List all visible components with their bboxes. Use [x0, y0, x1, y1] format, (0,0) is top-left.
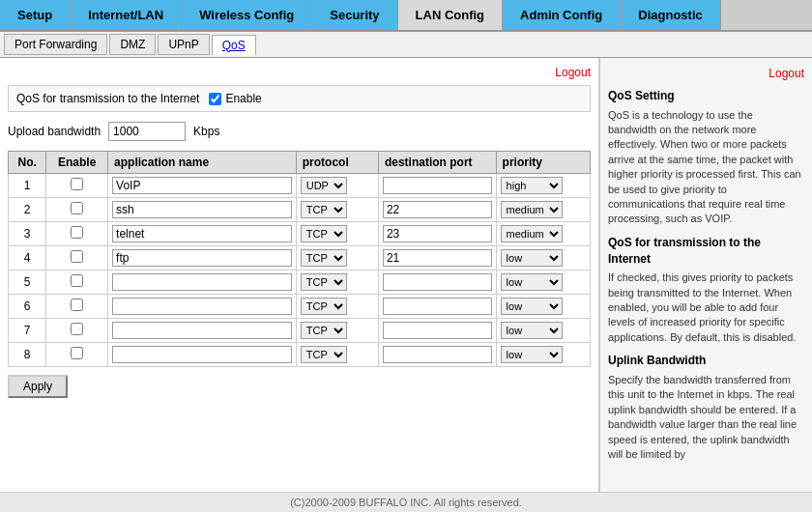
col-header-priority: priority — [496, 152, 590, 174]
enable-checkbox-1[interactable] — [71, 178, 83, 190]
row-proto-8: TCPUDP — [296, 343, 378, 367]
dst-input-5[interactable] — [383, 273, 492, 291]
subtab-dmz[interactable]: DMZ — [109, 34, 156, 55]
row-enable-1 — [46, 174, 108, 198]
app-input-8[interactable] — [112, 346, 292, 363]
second-nav: Port Forwarding DMZ UPnP QoS — [0, 32, 812, 58]
row-app-6 — [108, 295, 297, 319]
enable-text: Enable — [225, 92, 261, 105]
app-input-4[interactable] — [112, 249, 292, 267]
col-header-app: application name — [108, 152, 297, 174]
app-input-1[interactable] — [112, 177, 292, 194]
priority-select-7[interactable]: highmediumlow — [501, 322, 563, 339]
proto-select-7[interactable]: TCPUDP — [301, 322, 347, 339]
subtab-port-forwarding[interactable]: Port Forwarding — [4, 34, 107, 55]
row-dst-8 — [378, 343, 496, 367]
proto-select-4[interactable]: TCPUDP — [301, 249, 347, 267]
row-proto-6: TCPUDP — [296, 295, 378, 319]
row-app-2 — [108, 198, 297, 222]
tab-diagnostic[interactable]: Diagnostic — [621, 0, 720, 30]
subtab-qos[interactable]: QoS — [212, 35, 256, 55]
enable-checkbox[interactable] — [209, 93, 221, 105]
tab-setup[interactable]: Setup — [0, 0, 71, 30]
logout-link[interactable]: Logout — [8, 66, 591, 79]
right-heading-qos: QoS Setting — [608, 88, 804, 104]
qos-enable-row: QoS for transmission to the Internet Ena… — [8, 85, 591, 112]
footer: (C)2000-2009 BUFFALO INC. All rights res… — [0, 492, 812, 512]
priority-select-1[interactable]: highmediumlow — [501, 177, 563, 194]
tab-security[interactable]: Security — [312, 0, 397, 30]
right-text-qos-trans: If checked, this gives priority to packe… — [608, 270, 804, 345]
logout-link-right[interactable]: Logout — [608, 66, 804, 82]
row-priority-5: highmediumlow — [496, 270, 590, 295]
enable-checkbox-7[interactable] — [71, 323, 83, 335]
enable-checkbox-3[interactable] — [71, 226, 83, 239]
proto-select-6[interactable]: TCPUDP — [301, 298, 347, 315]
qos-enable-label: QoS for transmission to the Internet — [16, 92, 199, 105]
priority-select-8[interactable]: highmediumlow — [501, 346, 563, 363]
dst-input-2[interactable] — [383, 201, 492, 218]
proto-select-8[interactable]: TCPUDP — [301, 346, 347, 363]
proto-select-2[interactable]: TCPUDP — [301, 201, 347, 218]
tab-internet-lan[interactable]: Internet/LAN — [71, 0, 182, 30]
tab-lan-config[interactable]: LAN Config — [398, 0, 503, 30]
col-header-dst: destination port — [378, 152, 496, 174]
dst-input-6[interactable] — [383, 298, 492, 315]
proto-select-1[interactable]: TCPUDP — [301, 177, 347, 194]
tab-wireless-config[interactable]: Wireless Config — [182, 0, 312, 30]
row-app-8 — [108, 343, 297, 367]
priority-select-5[interactable]: highmediumlow — [501, 273, 563, 291]
apply-button[interactable]: Apply — [8, 375, 68, 398]
dst-input-8[interactable] — [383, 346, 492, 363]
row-dst-1 — [378, 174, 496, 198]
subtab-upnp[interactable]: UPnP — [158, 34, 209, 55]
row-app-4 — [108, 246, 297, 270]
proto-select-5[interactable]: TCPUDP — [301, 273, 347, 291]
row-app-7 — [108, 319, 297, 343]
upload-bw-input[interactable] — [108, 122, 186, 141]
dst-input-3[interactable] — [383, 225, 492, 242]
dst-input-1[interactable] — [383, 177, 492, 194]
upload-bw-unit: Kbps — [193, 125, 219, 138]
col-header-enable: Enable — [46, 152, 108, 174]
enable-checkbox-6[interactable] — [71, 299, 83, 311]
enable-checkbox-4[interactable] — [71, 250, 83, 263]
app-input-5[interactable] — [112, 273, 292, 291]
enable-check: Enable — [209, 92, 261, 105]
row-proto-1: TCPUDP — [296, 174, 378, 198]
proto-select-3[interactable]: TCPUDP — [301, 225, 347, 242]
app-input-6[interactable] — [112, 298, 292, 315]
priority-select-3[interactable]: highmediumlow — [501, 225, 563, 242]
enable-checkbox-8[interactable] — [71, 347, 83, 359]
row-enable-7 — [46, 319, 108, 343]
row-no-4: 4 — [9, 246, 46, 270]
dst-input-4[interactable] — [383, 249, 492, 267]
row-no-8: 8 — [9, 343, 46, 367]
row-enable-8 — [46, 343, 108, 367]
dst-input-7[interactable] — [383, 322, 492, 339]
row-dst-5 — [378, 270, 496, 295]
right-heading-uplink: Uplink Bandwidth — [608, 353, 804, 369]
tab-admin-config[interactable]: Admin Config — [503, 0, 621, 30]
app-input-7[interactable] — [112, 322, 292, 339]
row-app-1 — [108, 174, 297, 198]
app-input-3[interactable] — [112, 225, 292, 242]
enable-checkbox-5[interactable] — [71, 274, 83, 287]
priority-select-2[interactable]: highmediumlow — [501, 201, 563, 218]
left-content: Logout QoS for transmission to the Inter… — [0, 58, 599, 493]
row-dst-7 — [378, 319, 496, 343]
priority-select-6[interactable]: highmediumlow — [501, 298, 563, 315]
app-input-2[interactable] — [112, 201, 292, 218]
row-proto-4: TCPUDP — [296, 246, 378, 270]
row-no-3: 3 — [9, 222, 46, 246]
priority-select-4[interactable]: highmediumlow — [501, 249, 563, 267]
row-enable-3 — [46, 222, 108, 246]
top-nav: Setup Internet/LAN Wireless Config Secur… — [0, 0, 812, 32]
row-proto-5: TCPUDP — [296, 270, 378, 295]
row-dst-2 — [378, 198, 496, 222]
row-priority-3: highmediumlow — [496, 222, 590, 246]
enable-checkbox-2[interactable] — [71, 202, 83, 214]
main-layout: Logout QoS for transmission to the Inter… — [0, 58, 812, 493]
row-priority-2: highmediumlow — [496, 198, 590, 222]
upload-bw-label: Upload bandwidth — [8, 125, 101, 138]
